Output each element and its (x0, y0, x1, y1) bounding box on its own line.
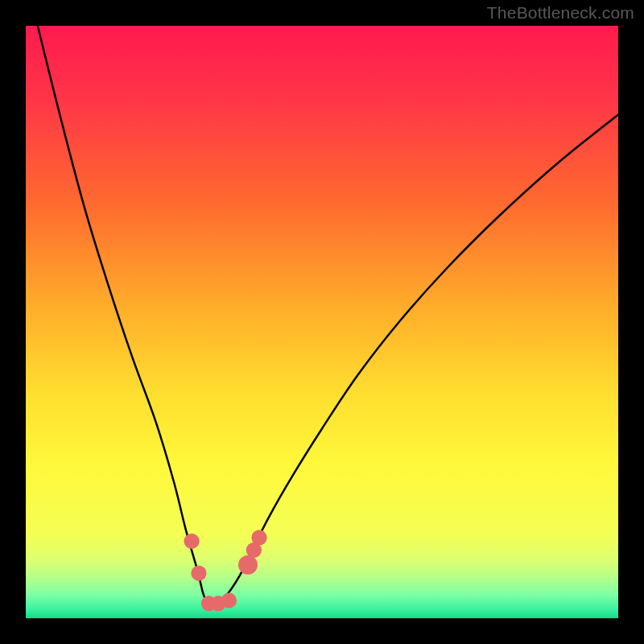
chart-background (26, 26, 618, 618)
chart-svg (26, 26, 618, 618)
data-marker (251, 530, 266, 545)
data-marker (184, 534, 199, 549)
data-marker (238, 555, 258, 575)
watermark-text: TheBottleneck.com (487, 3, 634, 23)
data-marker (221, 592, 237, 608)
chart-frame (26, 26, 618, 618)
data-marker (191, 565, 206, 580)
